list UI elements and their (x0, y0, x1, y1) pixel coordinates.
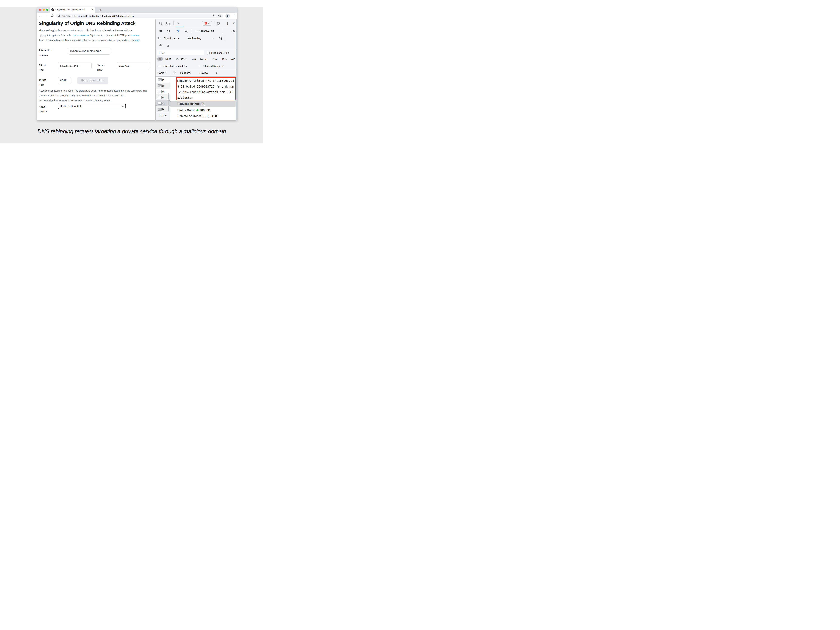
zoom-page-icon[interactable] (213, 14, 216, 18)
network-conditions-wifi-icon[interactable] (219, 37, 223, 41)
request-new-port-button[interactable]: Request New Port (77, 77, 108, 84)
throttling-select[interactable]: No throttling (188, 37, 201, 39)
throttling-caret-icon[interactable]: ▼ (212, 37, 214, 39)
more-panels-icon[interactable]: » (177, 21, 179, 25)
clear-network-log-icon[interactable] (167, 29, 170, 33)
reload-button[interactable] (51, 14, 54, 18)
type-filter-css[interactable]: CSS (181, 58, 186, 60)
toolbar-separator (225, 36, 226, 41)
remote-address-row: Remote Address: [::1]:1081 (170, 113, 235, 119)
documentation-link[interactable]: documentation (73, 34, 89, 36)
web-page: Singularity of Origin DNS Rebinding Atta… (37, 19, 155, 120)
toolbar-separator (222, 29, 222, 33)
filter-funnel-icon[interactable] (177, 30, 180, 33)
has-blocked-cookies-checkbox[interactable] (158, 65, 161, 67)
request-method-value: GET (201, 102, 206, 106)
request-url-highlight-box: Request URL: http://s-54.183.63.248-10.0… (176, 77, 236, 100)
page-title: Singularity of Origin DNS Rebinding Atta… (39, 21, 136, 26)
type-filter-img[interactable]: Img (191, 58, 196, 60)
type-filter-js[interactable]: JS (175, 58, 178, 60)
close-details-icon[interactable]: × (174, 71, 175, 74)
network-settings-gear-icon[interactable] (232, 30, 235, 33)
target-host-label: Target Host (97, 63, 107, 72)
hide-data-urls-checkbox[interactable] (207, 52, 210, 54)
request-count-footer: 10 requ (156, 112, 170, 120)
error-count: 1 (208, 22, 209, 25)
type-filter-ws[interactable]: WS (231, 58, 235, 60)
record-button[interactable] (159, 30, 162, 32)
target-port-label: Target Port (39, 77, 49, 87)
type-filter-media[interactable]: Media (200, 58, 207, 60)
devtools-settings-gear-icon[interactable] (217, 22, 220, 25)
blank-document-icon (158, 102, 162, 105)
attack-host-domain-label: Attack Host Domain (39, 48, 58, 57)
traffic-light-minimize-icon[interactable] (43, 9, 45, 11)
profile-avatar[interactable] (226, 14, 230, 18)
tab-close-icon[interactable]: × (92, 8, 93, 11)
type-filter-all[interactable]: All (157, 57, 163, 61)
new-tab-button[interactable]: + (98, 8, 103, 12)
document-icon (158, 90, 162, 93)
blocked-requests-checkbox[interactable] (198, 65, 200, 67)
traffic-light-close-icon[interactable] (39, 9, 41, 11)
network-table-header: Name▼ × Headers Preview » (156, 69, 237, 77)
type-filter-doc[interactable]: Doc (222, 58, 227, 60)
request-url-label: Request URL: (177, 79, 197, 82)
target-port-input[interactable] (58, 77, 71, 84)
preserve-log-label: Preserve log (200, 29, 214, 32)
type-filter-font[interactable]: Font (212, 58, 217, 60)
request-list: p.. m. m. m. (156, 77, 170, 120)
target-host-input[interactable] (117, 62, 150, 69)
devtools-close-icon[interactable]: × (232, 21, 235, 25)
error-dot-icon: × (205, 22, 207, 25)
request-row[interactable]: m. (156, 83, 170, 88)
network-filter-bar: Hide data URLs (156, 49, 237, 57)
tab-headers[interactable]: Headers (180, 71, 190, 74)
traffic-light-zoom-icon[interactable] (46, 9, 48, 11)
disable-cache-checkbox[interactable] (158, 37, 161, 39)
har-import-export-bar (156, 42, 237, 49)
attack-host-domain-input[interactable] (68, 47, 111, 55)
devtools-scrollbar-gutter[interactable] (235, 19, 237, 120)
devtools-menu-icon[interactable]: ⋮ (226, 21, 229, 25)
name-column-header[interactable]: Name▼ (158, 71, 166, 74)
request-row[interactable]: p.. (156, 77, 170, 83)
active-tab-indicator (175, 27, 184, 27)
tab-preview[interactable]: Preview (199, 71, 208, 74)
list-scrollbar-thumb[interactable] (168, 93, 169, 111)
forward-button[interactable]: → (45, 14, 48, 17)
more-tabs-icon[interactable]: » (216, 71, 218, 74)
status-code-value: 200 OK (199, 109, 210, 112)
filter-input[interactable] (157, 51, 204, 55)
error-badge[interactable]: × 1 (202, 21, 212, 25)
type-filter-xhr[interactable]: XHR (166, 58, 171, 60)
scanner-link[interactable]: scanner (130, 34, 139, 36)
bookmark-star-icon[interactable] (218, 14, 221, 18)
devtools-tabbar: » × 1 ⋮ × (156, 19, 237, 27)
back-button[interactable]: ← (39, 14, 42, 17)
export-har-icon[interactable] (167, 44, 169, 48)
hide-data-urls-label: Hide data URLs (211, 51, 229, 54)
device-toolbar-icon[interactable] (166, 22, 170, 26)
window-content: Singularity of Origin DNS Rebinding Atta… (37, 19, 237, 120)
attack-host-input[interactable] (58, 62, 92, 69)
request-method-row: Request Method: GET (170, 101, 235, 107)
network-main-area: p.. m. m. m. (156, 77, 237, 120)
request-details-pane: Request URL: http://s-54.183.63.248-10.0… (170, 77, 237, 120)
import-har-icon[interactable] (159, 44, 162, 48)
security-label: Not Secure (62, 15, 73, 17)
intro-text-4: . (140, 39, 141, 41)
inspect-element-icon[interactable] (159, 22, 163, 26)
sort-caret-icon: ▼ (164, 72, 166, 74)
request-url-line: Request URL: http://s-54.183.63.248-10.0… (177, 78, 235, 100)
page-link[interactable]: page (134, 39, 140, 41)
browser-tab[interactable]: S Singularity of Origin DNS Rebin × (50, 7, 95, 13)
browser-menu-icon[interactable]: ⋮ (233, 14, 236, 18)
preserve-log-checkbox[interactable] (195, 30, 198, 32)
remote-address-value: [::1]:1081 (201, 114, 219, 118)
search-network-icon[interactable] (185, 29, 188, 33)
attack-payload-select[interactable]: Hook and Control (58, 104, 126, 109)
server-note-paragraph: Attack server listening on: 8088. The at… (39, 88, 151, 103)
address-bar[interactable]: Not Secure rebinder.dns-rebinding-attack… (56, 14, 223, 19)
resource-type-filters: All XHR JS CSS Img Media Font Doc WS (156, 57, 237, 63)
